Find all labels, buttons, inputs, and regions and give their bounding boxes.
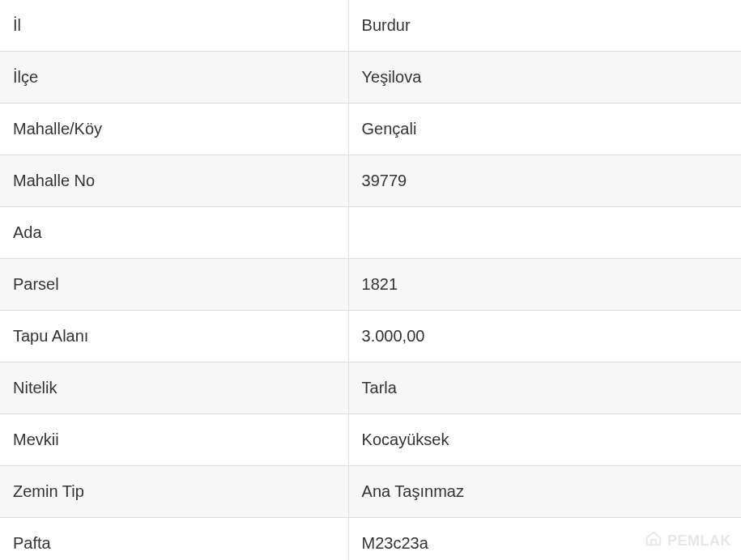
table-body: İl Burdur İlçe Yeşilova Mahalle/Köy Genç… bbox=[0, 0, 741, 560]
table-row: Mahalle No 39779 bbox=[0, 155, 741, 207]
table-row: Mahalle/Köy Gençali bbox=[0, 104, 741, 155]
row-value: Kocayüksek bbox=[348, 414, 741, 466]
row-label: Parsel bbox=[0, 259, 348, 311]
row-label: Tapu Alanı bbox=[0, 311, 348, 363]
row-value bbox=[348, 207, 741, 259]
table-row: Pafta M23c23a bbox=[0, 518, 741, 561]
row-label: İlçe bbox=[0, 52, 348, 104]
property-details-table: İl Burdur İlçe Yeşilova Mahalle/Köy Genç… bbox=[0, 0, 741, 560]
row-label: Mahalle/Köy bbox=[0, 104, 348, 155]
row-value: 39779 bbox=[348, 155, 741, 207]
row-value: Gençali bbox=[348, 104, 741, 155]
table-row: İl Burdur bbox=[0, 0, 741, 52]
table-row: Tapu Alanı 3.000,00 bbox=[0, 311, 741, 363]
row-label: Ada bbox=[0, 207, 348, 259]
row-value: 3.000,00 bbox=[348, 311, 741, 363]
table-row: Mevkii Kocayüksek bbox=[0, 414, 741, 466]
row-value: Yeşilova bbox=[348, 52, 741, 104]
table-row: İlçe Yeşilova bbox=[0, 52, 741, 104]
row-value: Burdur bbox=[348, 0, 741, 52]
row-value: Ana Taşınmaz bbox=[348, 466, 741, 518]
table-row: Zemin Tip Ana Taşınmaz bbox=[0, 466, 741, 518]
table-row: Parsel 1821 bbox=[0, 259, 741, 311]
row-value: Tarla bbox=[348, 363, 741, 414]
row-value: M23c23a bbox=[348, 518, 741, 561]
row-label: Mahalle No bbox=[0, 155, 348, 207]
row-label: Zemin Tip bbox=[0, 466, 348, 518]
row-label: İl bbox=[0, 0, 348, 52]
row-label: Pafta bbox=[0, 518, 348, 561]
table-row: Ada bbox=[0, 207, 741, 259]
row-label: Nitelik bbox=[0, 363, 348, 414]
row-label: Mevkii bbox=[0, 414, 348, 466]
row-value: 1821 bbox=[348, 259, 741, 311]
table-row: Nitelik Tarla bbox=[0, 363, 741, 414]
